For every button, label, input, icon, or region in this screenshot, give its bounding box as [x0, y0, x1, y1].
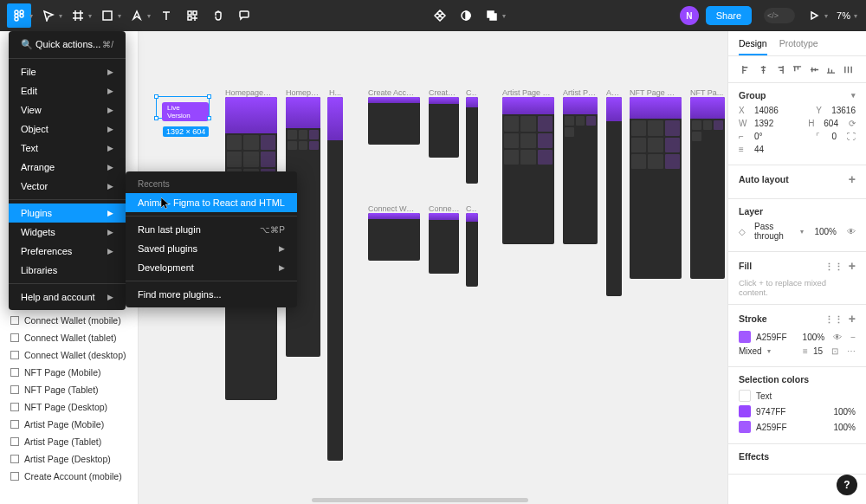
menu-vector[interactable]: Vector▶: [9, 177, 126, 196]
find-more-plugins[interactable]: Find more plugins...: [126, 285, 297, 304]
frame-thumbnail[interactable]: [368, 97, 420, 145]
chevron-down-icon: ▾: [29, 12, 33, 20]
frame-thumbnail[interactable]: [368, 213, 420, 261]
shape-tool[interactable]: [95, 3, 120, 28]
stroke-position[interactable]: Mixed: [739, 346, 762, 356]
component-icon[interactable]: [428, 3, 452, 28]
avatar[interactable]: N: [680, 6, 699, 25]
plugin-anima[interactable]: Anima - Figma to React and HTML: [126, 193, 297, 212]
layer-item[interactable]: Connect Wallet (mobile): [0, 312, 138, 329]
selection-colors-label: Selection colors: [739, 374, 809, 384]
frame-tool[interactable]: [66, 3, 90, 28]
frame-thumbnail[interactable]: [502, 97, 554, 244]
plugins-submenu: Recents Anima - Figma to React and HTML …: [126, 171, 297, 307]
radius-field[interactable]: 0: [831, 132, 837, 141]
help-button[interactable]: ?: [837, 475, 857, 495]
chevron-down-icon: ▾: [502, 12, 506, 20]
menu-quick-actions[interactable]: 🔍 Quick actions...⌘/: [9, 35, 126, 55]
layer-item[interactable]: Artist Page (Tablet): [0, 433, 138, 450]
menu-preferences[interactable]: Preferences▶: [9, 242, 126, 261]
stroke-swatch[interactable]: [739, 331, 751, 343]
present-button[interactable]: [802, 3, 826, 28]
horizontal-scrollbar[interactable]: [312, 498, 528, 502]
frame-icon: [10, 351, 19, 359]
main-menu: 🔍 Quick actions...⌘/ File▶Edit▶View▶Obje…: [9, 31, 126, 310]
x-position[interactable]: 14086: [754, 106, 779, 115]
frame-thumbnail[interactable]: [429, 213, 459, 274]
rotation-field[interactable]: 0°: [754, 132, 763, 141]
dev-mode-toggle[interactable]: </>: [764, 8, 795, 23]
run-last-plugin[interactable]: Run last plugin⌥⌘P: [126, 220, 297, 239]
comment-tool[interactable]: [232, 3, 256, 28]
visibility-icon[interactable]: 👁: [847, 227, 856, 236]
color-swatch[interactable]: [739, 421, 751, 433]
frame-thumbnail[interactable]: [630, 97, 682, 279]
add-stroke[interactable]: +: [849, 312, 856, 326]
svg-rect-4: [15, 17, 18, 21]
mask-icon[interactable]: [454, 3, 478, 28]
gap-field[interactable]: 44: [754, 145, 764, 154]
frame-thumbnail[interactable]: [606, 97, 622, 296]
saved-plugins[interactable]: Saved plugins▶: [126, 239, 297, 258]
layer-item[interactable]: Artist Page (Desktop): [0, 450, 138, 468]
align-center-v-icon[interactable]: [806, 61, 822, 77]
align-top-icon[interactable]: [790, 61, 805, 77]
tab-prototype[interactable]: Prototype: [779, 38, 818, 55]
layer-opacity[interactable]: 100%: [814, 227, 837, 236]
live-version-button[interactable]: Live Version: [162, 102, 209, 121]
visibility-icon[interactable]: 👁: [833, 333, 842, 342]
frame-thumbnail[interactable]: [466, 213, 478, 287]
stroke-width[interactable]: 15: [813, 346, 823, 356]
tab-design[interactable]: Design: [739, 38, 767, 55]
width-field[interactable]: 1392: [754, 119, 773, 128]
menu-widgets[interactable]: Widgets▶: [9, 223, 126, 242]
move-tool[interactable]: [36, 3, 61, 28]
menu-arrange[interactable]: Arrange▶: [9, 158, 126, 177]
figma-menu-button[interactable]: [7, 3, 31, 28]
boolean-icon[interactable]: [480, 3, 504, 28]
layer-item[interactable]: Connect Wallet (desktop): [0, 346, 138, 364]
menu-libraries[interactable]: Libraries: [9, 261, 126, 280]
frame-thumbnail[interactable]: [563, 97, 598, 244]
layer-item[interactable]: Connect Wallet (tablet): [0, 329, 138, 346]
menu-edit[interactable]: Edit▶: [9, 81, 126, 100]
menu-plugins[interactable]: Plugins▶: [9, 204, 126, 223]
align-left-icon[interactable]: [739, 61, 754, 77]
frame-thumbnail[interactable]: [327, 97, 343, 461]
share-button[interactable]: Share: [706, 6, 752, 25]
layer-item[interactable]: NFT Page (Desktop): [0, 398, 138, 416]
layer-item[interactable]: Create Account (mobile): [0, 468, 138, 485]
frame-icon: [10, 420, 19, 429]
layer-item[interactable]: Artist Page (Mobile): [0, 416, 138, 433]
hand-tool[interactable]: [206, 3, 230, 28]
align-center-h-icon[interactable]: [756, 61, 772, 77]
height-field[interactable]: 604: [824, 119, 838, 128]
zoom-level[interactable]: 7%: [831, 10, 856, 21]
svg-rect-11: [490, 14, 496, 20]
y-position[interactable]: 13616: [831, 106, 856, 115]
align-bottom-icon[interactable]: [824, 61, 839, 77]
menu-object[interactable]: Object▶: [9, 120, 126, 139]
frame-thumbnail[interactable]: [466, 97, 478, 184]
layer-item[interactable]: NFT Page (Tablet): [0, 381, 138, 398]
layer-item[interactable]: NFT Page (Mobile): [0, 364, 138, 381]
resources-tool[interactable]: [180, 3, 204, 28]
pen-tool[interactable]: [125, 3, 149, 28]
stroke-color[interactable]: A259FF: [756, 333, 787, 342]
layer-name: Create Account (mobile): [24, 471, 122, 481]
tidy-up-icon[interactable]: [840, 61, 856, 77]
menu-help[interactable]: Help and account▶: [9, 288, 126, 307]
menu-file[interactable]: File▶: [9, 62, 126, 81]
add-auto-layout[interactable]: +: [849, 172, 856, 186]
development-plugins[interactable]: Development▶: [126, 258, 297, 277]
menu-view[interactable]: View▶: [9, 100, 126, 120]
blend-mode[interactable]: Pass through: [754, 222, 793, 241]
color-swatch[interactable]: [739, 405, 751, 417]
color-swatch[interactable]: [739, 390, 751, 402]
frame-thumbnail[interactable]: [429, 97, 459, 158]
frame-thumbnail[interactable]: [690, 97, 725, 279]
add-fill[interactable]: +: [849, 259, 856, 273]
menu-text[interactable]: Text▶: [9, 139, 126, 158]
text-tool[interactable]: [154, 3, 178, 28]
align-right-icon[interactable]: [772, 61, 788, 77]
